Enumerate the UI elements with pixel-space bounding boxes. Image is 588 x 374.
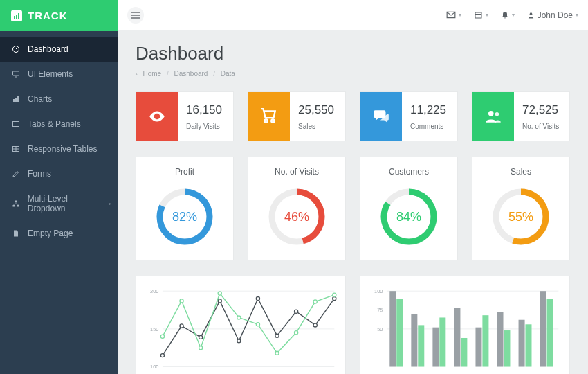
brand-text: TRACK xyxy=(28,10,68,21)
line-chart: 100150200 xyxy=(136,276,346,374)
stat-card-daily-visits[interactable]: 16,150 Daily Visits xyxy=(136,91,234,141)
edit-icon xyxy=(11,170,21,178)
svg-rect-76 xyxy=(504,330,510,366)
chart-icon xyxy=(11,95,21,103)
sitemap-icon xyxy=(11,199,21,208)
svg-point-48 xyxy=(333,297,336,301)
messages-menu[interactable]: ▾ xyxy=(446,11,461,19)
stat-label: No. of Visits xyxy=(522,123,561,130)
svg-rect-70 xyxy=(439,317,445,366)
svg-rect-69 xyxy=(432,328,439,367)
donut-chart: 55% xyxy=(490,186,551,247)
user-icon xyxy=(527,11,535,19)
donut-percent: 46% xyxy=(266,186,327,247)
cart-icon xyxy=(248,92,290,141)
svg-point-42 xyxy=(218,299,221,303)
donut-title: Profit xyxy=(143,167,226,177)
svg-rect-65 xyxy=(389,291,396,366)
main: ▾ ▾ ▾ John Doe ▾ Dashboard xyxy=(118,0,588,374)
sidebar-item-label: Dashboard xyxy=(28,44,68,54)
donut-chart: 46% xyxy=(266,186,327,247)
svg-rect-8 xyxy=(17,96,19,102)
breadcrumb-item[interactable]: Home xyxy=(143,70,161,78)
sidebar-item-responsive-tables[interactable]: Responsive Tables xyxy=(0,136,118,161)
apps-menu[interactable]: ▾ xyxy=(474,11,488,19)
svg-point-54 xyxy=(256,323,259,326)
sidebar-item-charts[interactable]: Charts xyxy=(0,87,118,112)
breadcrumb-item[interactable]: Data xyxy=(221,70,235,78)
svg-point-23 xyxy=(488,111,494,116)
stat-card-sales[interactable]: 25,550 Sales xyxy=(248,91,346,141)
svg-point-22 xyxy=(529,12,532,15)
sidebar-toggle-button[interactable] xyxy=(127,7,144,24)
caret-down-icon: ▾ xyxy=(576,12,578,18)
stat-card-comments[interactable]: 11,225 Comments xyxy=(360,91,458,141)
hamburger-icon xyxy=(131,12,140,19)
svg-point-45 xyxy=(275,334,279,337)
svg-point-47 xyxy=(313,323,317,327)
svg-point-41 xyxy=(199,335,203,339)
svg-point-49 xyxy=(160,335,164,338)
svg-text:200: 200 xyxy=(150,288,158,294)
sidebar-item-dashboard[interactable]: Dashboard xyxy=(0,37,118,62)
breadcrumb: › Home / Dashboard / Data xyxy=(136,70,570,78)
page-title: Dashboard xyxy=(136,43,570,64)
stat-label: Comments xyxy=(410,123,449,130)
svg-rect-74 xyxy=(482,315,488,366)
sidebar-item-label: Multi-Level Dropdown xyxy=(28,194,107,213)
sidebar: TRACK Dashboard UI Elements Charts xyxy=(0,0,118,374)
sidebar-item-forms[interactable]: Forms xyxy=(0,161,118,186)
caret-down-icon: ▾ xyxy=(512,12,515,18)
svg-text:150: 150 xyxy=(150,326,158,332)
donut-card: No. of Visits 46% xyxy=(248,157,346,260)
svg-rect-73 xyxy=(475,328,481,367)
svg-text:100: 100 xyxy=(374,288,383,294)
svg-rect-80 xyxy=(547,299,553,366)
tabs-icon xyxy=(11,120,21,128)
stat-card-visits[interactable]: 72,525 No. of Visits xyxy=(472,91,570,141)
donut-title: No. of Visits xyxy=(255,167,338,177)
user-menu[interactable]: John Doe ▾ xyxy=(527,10,578,20)
svg-point-55 xyxy=(275,351,279,355)
svg-point-40 xyxy=(180,324,183,328)
sidebar-item-multi-level-dropdown[interactable]: Multi-Level Dropdown ‹ xyxy=(0,186,118,221)
svg-rect-2 xyxy=(18,13,19,19)
stat-label: Daily Visits xyxy=(186,123,225,130)
svg-rect-72 xyxy=(461,338,467,367)
sidebar-item-label: Tabs & Panels xyxy=(28,119,81,129)
topbar: ▾ ▾ ▾ John Doe ▾ xyxy=(118,0,588,30)
content: Dashboard › Home / Dashboard / Data 16,1… xyxy=(118,30,588,374)
donut-percent: 84% xyxy=(378,186,439,247)
sidebar-item-empty-page[interactable]: Empty Page xyxy=(0,221,118,246)
svg-rect-71 xyxy=(454,308,460,366)
svg-rect-67 xyxy=(411,314,417,367)
donut-card: Profit 82% xyxy=(136,157,234,260)
svg-point-24 xyxy=(495,112,499,116)
svg-rect-0 xyxy=(14,16,15,19)
caret-down-icon: ▾ xyxy=(459,12,461,18)
file-icon xyxy=(11,229,21,238)
stat-label: Sales xyxy=(298,123,337,130)
donut-title: Customers xyxy=(367,167,450,177)
breadcrumb-item[interactable]: Dashboard xyxy=(174,70,208,78)
svg-point-44 xyxy=(256,297,259,301)
svg-rect-1 xyxy=(16,15,17,19)
brand[interactable]: TRACK xyxy=(0,0,118,31)
users-icon xyxy=(472,92,514,141)
notifications-menu[interactable]: ▾ xyxy=(501,10,515,19)
table-icon xyxy=(11,145,21,153)
donut-row: Profit 82% No. of Visits 46% Customers 8… xyxy=(136,157,570,260)
svg-rect-4 xyxy=(13,71,19,75)
caret-down-icon: ▾ xyxy=(486,12,488,18)
donut-chart: 82% xyxy=(154,186,215,247)
svg-point-43 xyxy=(237,339,241,343)
chart-row: 100150200 5075100 xyxy=(136,276,570,374)
sidebar-item-label: Forms xyxy=(28,169,51,179)
svg-text:50: 50 xyxy=(377,326,383,332)
sidebar-item-ui-elements[interactable]: UI Elements xyxy=(0,62,118,87)
donut-title: Sales xyxy=(479,167,562,177)
svg-point-58 xyxy=(333,293,336,296)
comments-icon xyxy=(360,92,402,141)
sidebar-item-tabs-panels[interactable]: Tabs & Panels xyxy=(0,112,118,136)
svg-point-50 xyxy=(180,299,183,303)
